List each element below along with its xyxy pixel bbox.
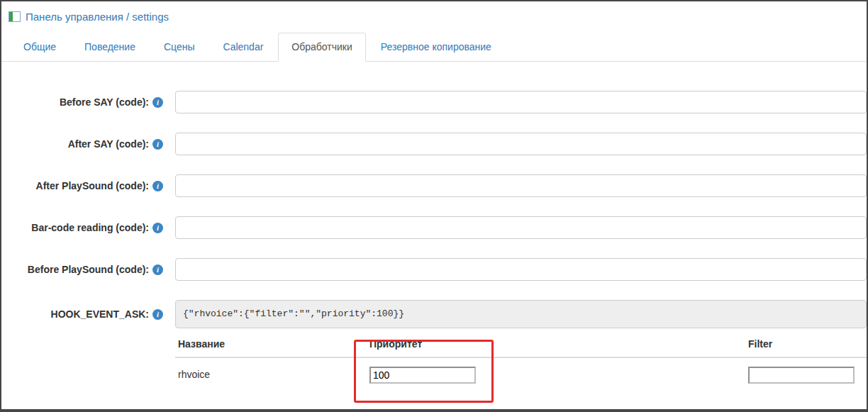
page-title-link[interactable]: Панель управления / settings [26,11,169,23]
info-icon[interactable]: i [152,309,163,320]
form-row-before-playsound: Before PlaySound (code): i [9,258,867,281]
priority-input[interactable] [369,367,476,384]
after-say-input[interactable] [175,133,867,155]
info-icon[interactable]: i [152,139,163,150]
table-header-row: Название Приоритет Filter [175,334,867,357]
app-window-icon [9,11,21,22]
after-playsound-label: After PlaySound (code): [9,180,149,191]
tab-rezervnoe-kopirovanie: Резервное копирование [367,33,505,61]
tab-calendar: Calendar [210,33,277,61]
after-playsound-input[interactable] [175,174,867,197]
form-row-hook-event-ask: HOOK_EVENT_ASK: i {"rhvoice":{"filter":"… [9,300,867,328]
tab-obshchie: Общие [10,33,69,61]
before-say-label: Before SAY (code): [9,96,149,108]
tab-povedenie: Поведение [71,33,149,61]
before-playsound-label: Before PlaySound (code): [9,264,149,275]
before-playsound-input[interactable] [175,258,867,281]
tab-povedenie-link[interactable]: Поведение [71,33,149,61]
table-row-rhvoice: rhvoice [175,357,867,389]
after-say-label: After SAY (code): [9,138,149,150]
column-header-priority: Приоритет [367,334,745,357]
before-say-input[interactable] [175,91,867,113]
breadcrumb: Панель управления / settings [1,1,867,23]
column-header-name: Название [175,334,367,357]
column-header-filter: Filter [745,334,867,357]
info-icon[interactable]: i [152,265,163,275]
tab-obshchie-link[interactable]: Общие [10,33,69,61]
info-icon[interactable]: i [152,97,163,108]
form-row-barcode-reading: Bar-code reading (code): i [9,216,867,239]
settings-page: Панель управления / settings Общие Повед… [0,0,868,412]
handlers-table: Название Приоритет Filter rhvoice [175,334,867,389]
tab-sceny-link[interactable]: Сцены [150,33,208,61]
form-row-after-say: After SAY (code): i [9,133,867,155]
form-row-after-playsound: After PlaySound (code): i [9,174,867,197]
handler-name: rhvoice [175,357,367,389]
handlers-form: Before SAY (code): i After SAY (code): i… [1,62,867,328]
barcode-reading-label: Bar-code reading (code): [9,222,149,233]
filter-input[interactable] [748,367,855,384]
form-row-before-say: Before SAY (code): i [9,91,867,113]
tab-rezervnoe-kopirovanie-link[interactable]: Резервное копирование [367,33,505,61]
tab-obrabotchiki-active: Обработчики [278,33,365,61]
hook-event-ask-value: {"rhvoice":{"filter":"","priority":100}} [175,300,867,328]
info-icon[interactable]: i [152,223,163,233]
info-icon[interactable]: i [152,181,163,191]
barcode-reading-input[interactable] [175,216,867,239]
tab-obrabotchiki-link[interactable]: Обработчики [278,33,365,62]
settings-tabs: Общие Поведение Сцены Calendar Обработчи… [1,33,867,62]
tab-sceny: Сцены [150,33,208,61]
hook-event-ask-label: HOOK_EVENT_ASK: [9,308,149,320]
tab-calendar-link[interactable]: Calendar [210,33,277,61]
